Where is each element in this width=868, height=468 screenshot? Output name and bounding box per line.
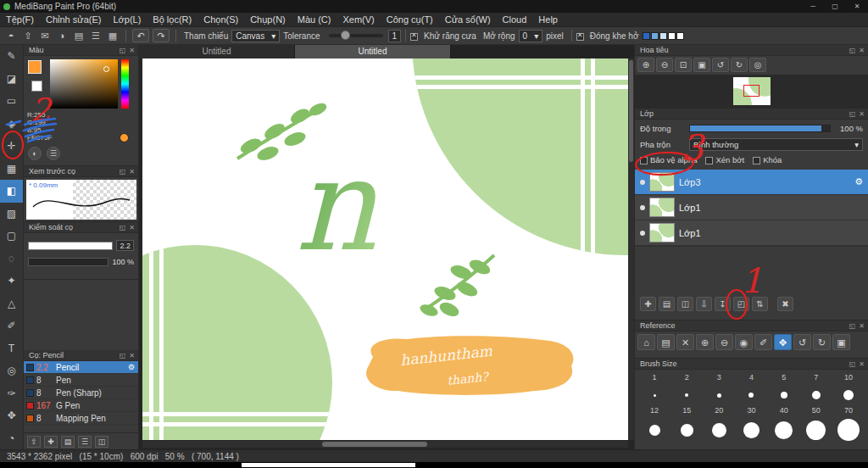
popout-icon[interactable]: ◱ bbox=[120, 47, 126, 54]
menu-file[interactable]: Tệp(F) bbox=[0, 13, 40, 27]
popout-icon[interactable]: ◱ bbox=[120, 352, 126, 359]
reference-hand-button[interactable]: ✥ bbox=[774, 334, 792, 350]
menu-layer[interactable]: Lớp(L) bbox=[107, 13, 147, 27]
reference-close-button[interactable]: ✕ bbox=[676, 334, 694, 350]
color-wheel-button[interactable]: ◐ bbox=[28, 147, 42, 160]
chat-icon[interactable]: ✉ bbox=[37, 29, 53, 42]
size-swatch-12[interactable] bbox=[638, 417, 670, 443]
navigator-preview[interactable] bbox=[635, 75, 868, 108]
brush-duplicate-button[interactable]: ◫ bbox=[95, 436, 108, 448]
layer-visibility-dot[interactable] bbox=[640, 205, 645, 210]
brush-upload-button[interactable]: ⇧ bbox=[27, 436, 41, 448]
reference-eyedropper-button[interactable]: ✐ bbox=[754, 334, 772, 350]
menu-window[interactable]: Cửa sổ(W) bbox=[439, 13, 497, 27]
reference-folder-button[interactable]: ▤ bbox=[657, 334, 675, 350]
size-swatch-4[interactable] bbox=[735, 384, 767, 406]
reference-dropdown[interactable]: Canvas ▾ bbox=[231, 30, 280, 42]
hue-bar[interactable] bbox=[121, 59, 129, 109]
menu-cloud[interactable]: Cloud bbox=[497, 13, 533, 27]
size-swatch-3[interactable] bbox=[703, 384, 735, 406]
close-icon[interactable]: ✕ bbox=[129, 168, 135, 176]
popout-icon[interactable]: ◱ bbox=[849, 110, 856, 118]
close-icon[interactable]: ✕ bbox=[859, 322, 865, 330]
cloud-icon[interactable]: ◓ bbox=[3, 29, 19, 42]
menu-view[interactable]: Xem(V) bbox=[337, 13, 380, 27]
brush-menu-button[interactable]: ☰ bbox=[78, 436, 92, 448]
gap-width-swatch-3[interactable] bbox=[659, 32, 667, 40]
vertical-scrollbar-thumb[interactable] bbox=[629, 60, 633, 162]
delete-layer-button[interactable]: ✖ bbox=[777, 297, 793, 311]
tool-polygon[interactable]: △ bbox=[0, 292, 23, 315]
close-icon[interactable]: ✕ bbox=[859, 110, 865, 118]
size-swatch-2[interactable] bbox=[670, 384, 703, 406]
size-swatch-50[interactable] bbox=[800, 417, 832, 443]
close-icon[interactable]: ✕ bbox=[129, 352, 135, 359]
tool-text[interactable]: T bbox=[0, 337, 23, 360]
size-swatch-70[interactable] bbox=[832, 417, 865, 443]
actual-size-button[interactable]: ▣ bbox=[693, 58, 710, 72]
navigator-view-rectangle[interactable] bbox=[743, 85, 760, 97]
tolerance-slider[interactable] bbox=[329, 34, 383, 37]
brush-item-pen[interactable]: 8 Pen bbox=[24, 374, 138, 387]
sv-marker[interactable] bbox=[103, 66, 109, 72]
background-color-swatch[interactable] bbox=[31, 81, 42, 92]
reset-view-button[interactable]: ◎ bbox=[749, 58, 766, 72]
tolerance-slider-knob[interactable] bbox=[341, 31, 350, 40]
vertical-scrollbar[interactable] bbox=[628, 58, 634, 440]
brush-folder-button[interactable]: ▤ bbox=[61, 436, 75, 448]
gap-width-swatch-5[interactable] bbox=[676, 32, 684, 40]
rotate-left-button[interactable]: ↺ bbox=[712, 58, 729, 72]
expand-dropdown[interactable]: 0 ▾ bbox=[519, 30, 543, 42]
duplicate-layer-button[interactable]: ◰ bbox=[733, 297, 749, 311]
tool-grid[interactable]: ▦ bbox=[0, 158, 23, 181]
layer-row-lop1a[interactable]: Lớp1 bbox=[635, 195, 868, 220]
document-tab-1[interactable]: Untitled bbox=[139, 45, 295, 58]
blend-mode-dropdown[interactable]: Bình thường ▾ bbox=[689, 138, 863, 151]
brush-item-g-pen[interactable]: 167 G Pen bbox=[24, 399, 138, 412]
foreground-color-swatch[interactable] bbox=[28, 60, 42, 74]
menu-tools[interactable]: Công cụ(T) bbox=[381, 13, 439, 27]
popout-icon[interactable]: ◱ bbox=[849, 360, 856, 368]
tool-eyedropper[interactable]: ✑ bbox=[0, 382, 23, 405]
reference-rotate-left-button[interactable]: ↺ bbox=[793, 334, 811, 350]
tool-magic-wand[interactable]: ✦ bbox=[0, 270, 23, 292]
add-folder-button[interactable]: ▤ bbox=[659, 297, 675, 311]
tool-brush[interactable]: ✎ bbox=[0, 45, 23, 68]
layer-opacity-slider[interactable] bbox=[689, 125, 831, 132]
brush-item-mapping-pen[interactable]: 8 Mapping Pen bbox=[24, 412, 138, 425]
reference-fullscreen-button[interactable]: ▣ bbox=[832, 334, 850, 350]
gear-icon[interactable]: ⚙ bbox=[128, 363, 135, 371]
palette-icon[interactable]: ◑ bbox=[54, 29, 70, 42]
canvas[interactable]: n hanhuntham thanh? bbox=[142, 58, 628, 440]
gap-width-swatch-2[interactable] bbox=[651, 32, 659, 40]
size-swatch-1[interactable] bbox=[638, 384, 670, 406]
document-tab-2[interactable]: Untitled bbox=[295, 45, 451, 58]
minimize-button[interactable]: ─ bbox=[802, 0, 824, 13]
grid-icon[interactable]: ▦ bbox=[105, 29, 120, 42]
popout-icon[interactable]: ◱ bbox=[849, 322, 856, 330]
alpha-protect-checkbox[interactable]: Bảo vệ alpha bbox=[640, 155, 697, 164]
merge-down-button[interactable]: ↧ bbox=[715, 297, 731, 311]
size-swatch-30[interactable] bbox=[735, 417, 767, 443]
menu-select[interactable]: Chọn(S) bbox=[198, 13, 244, 27]
menu-capture[interactable]: Chụp(N) bbox=[244, 13, 292, 27]
add-layer-button[interactable]: ✚ bbox=[640, 297, 656, 311]
copy-layer-button[interactable]: ◫ bbox=[677, 297, 693, 311]
tool-gradient[interactable]: ▨ bbox=[0, 203, 23, 226]
close-icon[interactable]: ✕ bbox=[859, 360, 865, 368]
zoom-in-button[interactable]: ⊕ bbox=[637, 58, 654, 72]
brush-opacity-slider[interactable] bbox=[28, 258, 108, 266]
redo-button[interactable]: ↷ bbox=[153, 29, 170, 42]
close-icon[interactable]: ✕ bbox=[129, 224, 135, 231]
layer-row-lop1b[interactable]: Lớp1 bbox=[635, 220, 868, 246]
tool-move[interactable]: ✛ bbox=[0, 135, 23, 158]
size-swatch-20[interactable] bbox=[703, 417, 735, 443]
rotate-right-button[interactable]: ↻ bbox=[731, 58, 748, 72]
tool-shape[interactable]: ◎ bbox=[0, 359, 23, 382]
brush-width-slider[interactable] bbox=[28, 242, 113, 250]
gear-icon[interactable]: ⚙ bbox=[854, 176, 863, 187]
gap-width-swatch-4[interactable] bbox=[668, 32, 676, 40]
reorder-layer-button[interactable]: ⇅ bbox=[752, 297, 768, 311]
clipping-checkbox[interactable]: Xén bớt bbox=[705, 155, 744, 164]
tool-select-pen[interactable]: ✐ bbox=[0, 315, 23, 337]
